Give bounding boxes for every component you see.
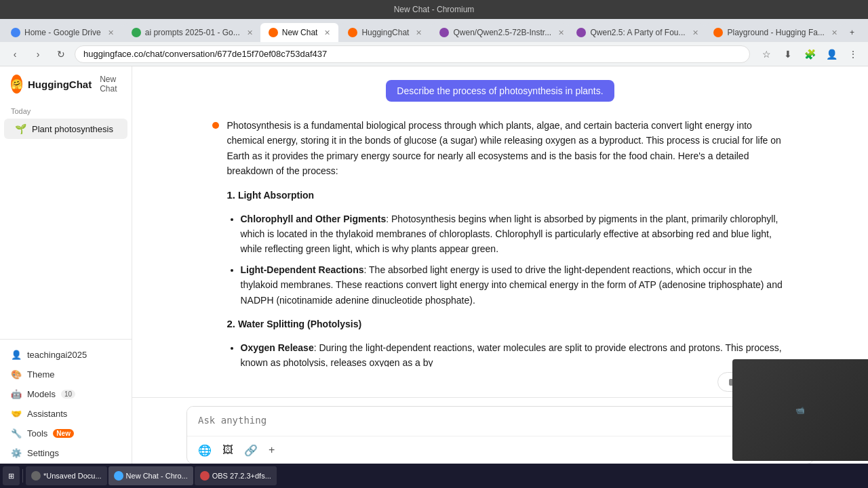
theme-label: Theme <box>27 369 54 380</box>
tab-huggingchat-close[interactable]: ✕ <box>416 28 422 37</box>
settings-label: Settings <box>27 448 59 458</box>
tab-newchat-label: New Chat <box>282 28 318 37</box>
forward-button[interactable]: › <box>28 45 47 64</box>
bullet1-term: Chlorophyll and Other Pigments <box>241 214 387 224</box>
toolbar-icons: ☆ ⬇ 🧩 👤 ⋮ <box>757 45 863 64</box>
tab-huggingchat[interactable]: HuggingChat ✕ <box>340 23 430 42</box>
tab-aiprompts[interactable]: ai prompts 2025-01 - Go... ✕ <box>123 23 259 42</box>
tab-gdrive[interactable]: Home - Google Drive ✕ <box>3 23 122 42</box>
tab-newchat-icon <box>269 28 278 37</box>
tools-label: Tools <box>27 428 47 439</box>
tab-playground-label: Playground - Hugging Fa... <box>727 28 824 37</box>
user-message-bubble: Describe the process of photosynthesis i… <box>386 80 614 102</box>
tools-icon: 🔧 <box>11 428 22 439</box>
sidebar-item-photosynthesis[interactable]: 🌱 Plant photosynthesis <box>4 119 127 139</box>
taskbar-start[interactable]: ⊞ <box>3 466 20 485</box>
bookmark-icon[interactable]: ☆ <box>757 45 776 64</box>
taskbar-newchat-label: New Chat - Chro... <box>126 472 188 480</box>
sidebar-tools[interactable]: 🔧 Tools New <box>0 424 132 443</box>
tab-playground-close[interactable]: ✕ <box>831 28 837 37</box>
browser-toolbar: ‹ › ↻ huggingface.co/chat/conversation/6… <box>0 42 868 66</box>
assistants-label: Assistants <box>27 409 67 419</box>
taskbar-unsaved[interactable]: *Unsaved Docu... <box>26 466 107 485</box>
tab-qwen1-close[interactable]: ✕ <box>558 28 564 37</box>
section-today: Today <box>0 102 132 118</box>
address-bar[interactable]: huggingface.co/chat/conversation/677de15… <box>75 45 750 63</box>
new-tab-button[interactable]: + <box>842 23 861 42</box>
chrome-icon <box>114 471 123 481</box>
models-label: Models <box>27 389 56 399</box>
video-placeholder: 📹 <box>732 359 868 461</box>
section2-number: 2. <box>227 318 236 329</box>
username: teachingai2025 <box>27 350 87 360</box>
conv-photosynthesis-label: Plant photosynthesis <box>32 124 113 134</box>
taskbar: ⊞ *Unsaved Docu... New Chat - Chro... OB… <box>0 464 868 488</box>
section1-list: Chlorophyll and Other Pigments: Photosyn… <box>241 211 789 308</box>
input-box: 🌐 🖼 🔗 + ◎ <box>186 406 814 464</box>
chat-input[interactable] <box>187 407 813 434</box>
tab-huggingchat-icon <box>348 28 357 37</box>
section2-bullet1-text: : During the light-dependent reactions, … <box>241 342 782 367</box>
sidebar-models[interactable]: 🤖 Models 10 <box>0 384 132 404</box>
tab-playground-icon <box>713 28 723 37</box>
tab-qwen1-label: Qwen/Qwen2.5-72B-Instr... <box>453 28 551 37</box>
app-name: HuggingChat <box>28 79 92 90</box>
tab-huggingchat-label: HuggingChat <box>361 28 409 37</box>
section2-list: Oxygen Release: During the light-depende… <box>241 340 789 367</box>
models-icon: 🤖 <box>11 389 22 399</box>
section1-bullet1: Chlorophyll and Other Pigments: Photosyn… <box>241 211 789 257</box>
sidebar-theme[interactable]: 🎨 Theme <box>0 365 132 384</box>
web-search-button[interactable]: 🌐 <box>195 441 214 460</box>
start-icon: ⊞ <box>8 472 14 481</box>
unsaved-icon <box>31 471 41 481</box>
reload-button[interactable]: ↻ <box>52 45 71 64</box>
plant-icon: 🌱 <box>15 123 26 134</box>
section2-bullet1-term: Oxygen Release <box>241 342 314 353</box>
tab-gdrive-icon <box>11 28 20 37</box>
tab-newchat-close[interactable]: ✕ <box>324 28 330 37</box>
bullet2-term: Light-Dependent Reactions <box>241 264 364 275</box>
link-attach-button[interactable]: 🔗 <box>241 441 260 460</box>
download-icon[interactable]: ⬇ <box>778 45 797 64</box>
tab-aiprompts-label: ai prompts 2025-01 - Go... <box>145 28 240 37</box>
sidebar-assistants[interactable]: 🤝 Assistants <box>0 404 132 424</box>
logo-icon: 🤗 <box>11 75 22 94</box>
taskbar-obs[interactable]: OBS 27.2.3+dfs... <box>195 466 277 485</box>
tab-qwen1[interactable]: Qwen/Qwen2.5-72B-Instr... ✕ <box>431 23 567 42</box>
video-overlay: 📹 <box>732 359 868 461</box>
tab-newchat[interactable]: New Chat ✕ <box>260 23 339 42</box>
extensions-icon[interactable]: 🧩 <box>800 45 819 64</box>
more-options-button[interactable]: + <box>266 441 277 459</box>
sidebar-user[interactable]: 👤 teachingai2025 <box>0 345 132 365</box>
response-intro: Photosynthesis is a fundamental biologic… <box>227 118 789 179</box>
user-message: Describe the process of photosynthesis i… <box>186 80 814 102</box>
taskbar-obs-label: OBS 27.2.3+dfs... <box>212 472 271 480</box>
section2-header: 2. Water Splitting (Photolysis) <box>227 316 789 332</box>
tab-qwen1-icon <box>439 28 449 37</box>
user-icon: 👤 <box>11 350 22 360</box>
tab-qwen2-close[interactable]: ✕ <box>692 28 698 37</box>
video-content: 📹 <box>795 406 805 415</box>
tab-qwen2-icon <box>576 28 586 37</box>
new-chat-label: New Chat <box>100 75 121 94</box>
sidebar-header: 🤗 HuggingChat New Chat <box>0 66 132 102</box>
models-badge: 10 <box>61 390 75 399</box>
browser-tabs: Home - Google Drive ✕ ai prompts 2025-01… <box>0 19 868 42</box>
sidebar-settings[interactable]: ⚙️ Settings <box>0 443 132 463</box>
taskbar-divider <box>22 469 23 483</box>
tab-aiprompts-close[interactable]: ✕ <box>247 28 253 37</box>
tools-badge-new: New <box>53 429 74 438</box>
back-button[interactable]: ‹ <box>5 45 24 64</box>
tab-gdrive-label: Home - Google Drive <box>24 28 101 37</box>
tab-qwen2[interactable]: Qwen2.5: A Party of Fou... ✕ <box>568 23 704 42</box>
menu-icon[interactable]: ⋮ <box>844 45 863 64</box>
section2-title: Water Splitting (Photolysis) <box>238 319 361 329</box>
assistants-icon: 🤝 <box>11 409 22 419</box>
tab-playground[interactable]: Playground - Hugging Fa... ✕ <box>705 23 841 42</box>
section1-number: 1. <box>227 189 236 201</box>
tab-gdrive-close[interactable]: ✕ <box>108 28 114 37</box>
taskbar-newchat[interactable]: New Chat - Chro... <box>108 466 193 485</box>
theme-icon: 🎨 <box>11 369 22 380</box>
profile-icon[interactable]: 👤 <box>822 45 841 64</box>
image-attach-button[interactable]: 🖼 <box>220 441 236 459</box>
